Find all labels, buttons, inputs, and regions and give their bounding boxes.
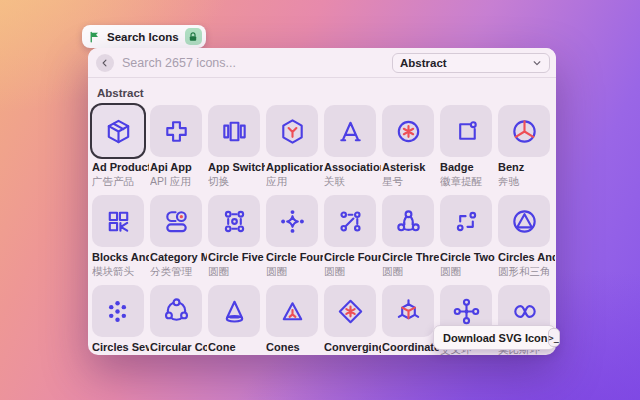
coordinate-system-icon: [382, 285, 434, 337]
icon-cell-circle-two-line[interactable]: Circle Two L... 圆圈: [440, 195, 498, 285]
pill-title: Search Icons: [107, 31, 179, 43]
cone-icon: [208, 285, 260, 337]
icon-cell-circles-seven[interactable]: Circles Seven 圆圈: [92, 285, 150, 355]
download-svg-button[interactable]: Download SVG Icon: [443, 332, 548, 344]
icon-label: Asterisk: [382, 161, 439, 173]
icon-sublabel: 圆圈: [382, 265, 439, 279]
icon-cell-circle-four[interactable]: Circle Four 圆圈: [266, 195, 324, 285]
converging-gateway-icon: [324, 285, 376, 337]
badge-icon: [440, 105, 492, 157]
circular-connection-icon: [150, 285, 202, 337]
terminal-prompt-icon[interactable]: >_: [548, 328, 560, 347]
icon-cell-ad-product[interactable]: Ad Product 广告产品: [92, 105, 150, 195]
icon-cell-cone[interactable]: Cone 圆锥: [208, 285, 266, 355]
blocks-and-arrows-icon: [92, 195, 144, 247]
circle-four-line-icon: [324, 195, 376, 247]
window-title-pill[interactable]: Search Icons: [82, 25, 206, 48]
icon-label: Association: [324, 161, 381, 173]
icon-label: App Switch: [208, 161, 265, 173]
association-icon: [324, 105, 376, 157]
icon-cell-blocks-and-arrows[interactable]: Blocks And... 模块箭头: [92, 195, 150, 285]
icon-search-window: Abstract Abstract Ad Product 广告产品 Api Ap…: [88, 48, 556, 355]
search-header: Abstract: [88, 48, 556, 78]
download-action-bar: Download SVG Icon >_: [433, 325, 556, 350]
icon-cell-circles-and-triangles[interactable]: Circles And... 圆形和三角: [498, 195, 556, 285]
icon-cell-association[interactable]: Association 关联: [324, 105, 382, 195]
icon-cell-circle-four-line[interactable]: Circle Four... 圆圈: [324, 195, 382, 285]
icon-cell-category-management[interactable]: Category M... 分类管理: [150, 195, 208, 285]
icon-sublabel: 圆圈: [208, 265, 265, 279]
application-icon: [266, 105, 318, 157]
icon-cell-circular-connection[interactable]: Circular Con... 圆形连接: [150, 285, 208, 355]
circle-five-line-icon: [208, 195, 260, 247]
dropdown-value: Abstract: [400, 57, 447, 69]
icon-label: Converging...: [324, 341, 381, 353]
icon-cell-api-app[interactable]: Api App API 应用: [150, 105, 208, 195]
icon-sublabel: API 应用: [150, 175, 207, 189]
icon-sublabel: 奔驰: [498, 175, 555, 189]
benz-icon: [498, 105, 550, 157]
circles-seven-icon: [92, 285, 144, 337]
api-app-icon: [150, 105, 202, 157]
icon-label: Cones: [266, 341, 323, 353]
icon-label: Ad Product: [92, 161, 149, 173]
icon-label: Circle Three: [382, 251, 439, 263]
chevron-left-icon: [100, 58, 110, 68]
icon-label: Circle Two L...: [440, 251, 497, 263]
icon-cell-circle-five-line[interactable]: Circle Five L... 圆圈: [208, 195, 266, 285]
icon-sublabel: 圆形和三角: [498, 265, 555, 279]
icon-sublabel: 徽章提醒: [440, 175, 497, 189]
circle-four-icon: [266, 195, 318, 247]
icon-label: Circle Five L...: [208, 251, 265, 263]
icon-label: Benz: [498, 161, 555, 173]
app-switch-icon: [208, 105, 260, 157]
section-header: Abstract: [97, 87, 144, 99]
icon-label: Circles Seven: [92, 341, 149, 353]
category-dropdown[interactable]: Abstract: [392, 53, 550, 73]
icon-sublabel: 广告产品: [92, 175, 149, 189]
icon-label: Circles And...: [498, 251, 555, 263]
icon-cell-benz[interactable]: Benz 奔驰: [498, 105, 556, 195]
icon-sublabel: 圆圈: [266, 265, 323, 279]
icon-grid: Ad Product 广告产品 Api App API 应用 App Switc…: [92, 105, 556, 355]
icon-label: Blocks And...: [92, 251, 149, 263]
icon-label: Coordinate...: [382, 341, 439, 353]
icon-cell-cones[interactable]: Cones 圆锥体: [266, 285, 324, 355]
icon-cell-app-switch[interactable]: App Switch 切换: [208, 105, 266, 195]
icon-sublabel: 圆圈: [324, 265, 381, 279]
circle-two-line-icon: [440, 195, 492, 247]
lock-icon: [187, 31, 199, 43]
icon-label: Circle Four...: [324, 251, 381, 263]
chevron-down-icon: [532, 58, 542, 68]
icon-label: Circle Four: [266, 251, 323, 263]
extension-badge: [185, 28, 202, 45]
icon-label: Application...: [266, 161, 323, 173]
icon-label: Category M...: [150, 251, 207, 263]
icon-cell-coordinate-system[interactable]: Coordinate... 坐标系统: [382, 285, 440, 355]
icon-sublabel: 模块箭头: [92, 265, 149, 279]
icon-cell-converging-gateway[interactable]: Converging... 汇聚网关: [324, 285, 382, 355]
icon-label: Badge: [440, 161, 497, 173]
category-management-icon: [150, 195, 202, 247]
icon-cell-asterisk[interactable]: Asterisk 星号: [382, 105, 440, 195]
back-button[interactable]: [96, 54, 114, 72]
circles-and-triangles-icon: [498, 195, 550, 247]
flag-icon: [89, 30, 101, 43]
asterisk-icon: [382, 105, 434, 157]
icon-sublabel: 分类管理: [150, 265, 207, 279]
ad-product-icon: [92, 105, 144, 157]
icon-label: Cone: [208, 341, 265, 353]
icon-sublabel: 星号: [382, 175, 439, 189]
icon-sublabel: 关联: [324, 175, 381, 189]
icon-label: Api App: [150, 161, 207, 173]
icon-sublabel: 切换: [208, 175, 265, 189]
icon-cell-application[interactable]: Application... 应用: [266, 105, 324, 195]
circle-three-icon: [382, 195, 434, 247]
icon-label: Circular Con...: [150, 341, 207, 353]
icon-sublabel: 应用: [266, 175, 323, 189]
search-input[interactable]: [114, 56, 392, 70]
icon-cell-circle-three[interactable]: Circle Three 圆圈: [382, 195, 440, 285]
icon-cell-badge[interactable]: Badge 徽章提醒: [440, 105, 498, 195]
icon-sublabel: 圆圈: [440, 265, 497, 279]
cones-icon: [266, 285, 318, 337]
